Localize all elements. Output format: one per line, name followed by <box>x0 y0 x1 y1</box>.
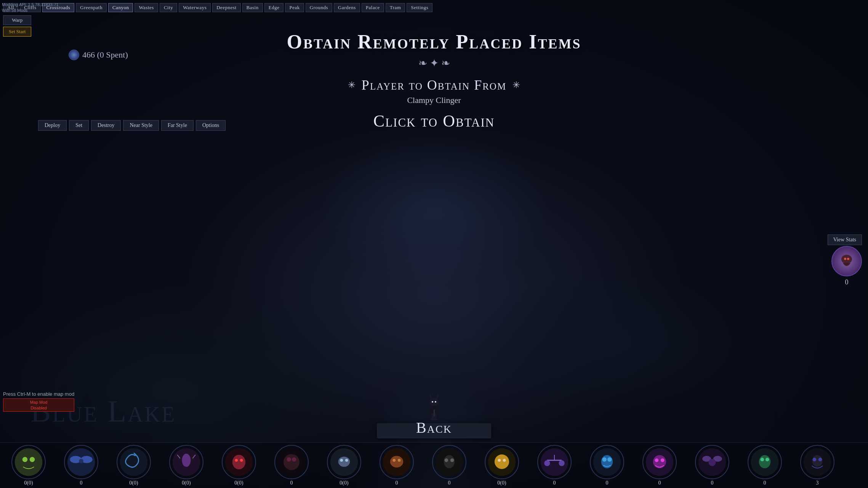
avatar-count: 0 <box>839 278 854 286</box>
svg-point-45 <box>232 454 245 469</box>
svg-point-80 <box>661 458 665 462</box>
nav-btn-waterways[interactable]: Waterways <box>179 3 211 12</box>
action-btn-far_style[interactable]: Far Style <box>161 120 194 131</box>
svg-point-87 <box>761 458 764 461</box>
char-count-2: 0 <box>80 480 83 486</box>
svg-point-18 <box>429 398 439 406</box>
view-stats-button[interactable]: View Stats <box>828 234 862 245</box>
char-count-12: 0 <box>606 480 609 486</box>
geo-amount: 466 (0 Spent) <box>82 50 128 60</box>
nav-btn-grounds[interactable]: Grounds <box>306 3 332 12</box>
char-item-8[interactable]: 0 <box>372 445 421 486</box>
action-btn-near_style[interactable]: Near Style <box>123 120 159 131</box>
action-btn-deploy[interactable]: Deploy <box>38 120 67 131</box>
char-avatar-15 <box>748 445 782 479</box>
svg-point-92 <box>818 458 822 461</box>
char-count-14: 0 <box>711 480 714 486</box>
svg-point-38 <box>79 459 83 463</box>
char-item-10[interactable]: 0(0) <box>477 445 527 486</box>
char-count-7: 0(0) <box>340 480 348 486</box>
char-avatar-6 <box>274 445 309 479</box>
nav-btn-deepnest[interactable]: Deepnest <box>212 3 240 12</box>
svg-point-88 <box>766 458 769 461</box>
mods-count: With 58 Mods <box>2 8 59 13</box>
map-mod-notice: Press Ctrl-M to enable map mod <box>3 391 74 397</box>
char-item-14[interactable]: 0 <box>687 445 737 486</box>
char-item-9[interactable]: 0 <box>424 445 474 486</box>
char-item-16[interactable]: 3 <box>793 445 842 486</box>
char-avatar-16 <box>800 445 834 479</box>
char-count-11: 0 <box>553 480 556 486</box>
player-obtain-label: ✳ Player to Obtain From ✳ <box>263 77 605 93</box>
svg-point-55 <box>345 459 348 462</box>
svg-point-70 <box>544 460 550 466</box>
char-avatar-2 <box>64 445 98 479</box>
char-item-13[interactable]: 0 <box>635 445 684 486</box>
set-start-button[interactable]: Set Start <box>3 27 31 37</box>
action-btn-options[interactable]: Options <box>196 120 226 131</box>
player-avatar <box>831 246 862 276</box>
nav-btn-basin[interactable]: Basin <box>242 3 263 12</box>
nav-btn-wastes[interactable]: Wastes <box>135 3 158 12</box>
action-btn-destroy[interactable]: Destroy <box>91 120 121 131</box>
top-navigation: AllCliffsCrossroadsGreenpathCanyonWastes… <box>0 3 868 12</box>
char-count-3: 0(0) <box>129 480 138 486</box>
char-item-7[interactable]: 0(0) <box>319 445 369 486</box>
player-name: Clampy Clinger <box>263 95 605 105</box>
char-item-6[interactable]: 0 <box>267 445 316 486</box>
char-avatar-8 <box>380 445 414 479</box>
nav-btn-settings[interactable]: Settings <box>407 3 432 12</box>
nav-btn-tram[interactable]: Tram <box>386 3 405 12</box>
char-count-8: 0 <box>396 480 398 486</box>
char-count-16: 3 <box>816 480 819 486</box>
plant-decoration-right <box>716 328 868 442</box>
char-item-15[interactable]: 0 <box>740 445 790 486</box>
char-avatar-14 <box>695 445 729 479</box>
char-item-2[interactable]: 0 <box>56 445 106 486</box>
nav-btn-gardens[interactable]: Gardens <box>334 3 360 12</box>
char-item-5[interactable]: 0(0) <box>214 445 264 486</box>
char-item-1[interactable]: 0(0) <box>4 445 53 486</box>
svg-point-59 <box>398 459 401 462</box>
fleur-left-icon: ✳ <box>348 80 356 90</box>
geo-icon <box>69 50 79 60</box>
warp-area: Warp Set Start <box>3 15 31 37</box>
char-item-3[interactable]: 0(0) <box>109 445 159 486</box>
svg-point-79 <box>655 458 659 462</box>
player-obtain-title: Player to Obtain From <box>362 77 506 93</box>
svg-rect-8 <box>0 431 152 442</box>
nav-btn-peak[interactable]: Peak <box>285 3 304 12</box>
char-avatar-5 <box>222 445 256 479</box>
char-count-13: 0 <box>658 480 661 486</box>
nav-btn-greenpath[interactable]: Greenpath <box>76 3 107 12</box>
svg-point-86 <box>759 455 771 468</box>
mod-info: Modding API: 1.5.78.11833-71 With 58 Mod… <box>2 2 59 14</box>
char-item-11[interactable]: 0 <box>530 445 579 486</box>
svg-point-91 <box>813 458 817 461</box>
svg-point-30 <box>844 258 846 260</box>
svg-point-66 <box>498 459 501 462</box>
action-btn-set[interactable]: Set <box>69 120 89 131</box>
api-version: Modding API: 1.5.78.11833-71 <box>2 2 59 8</box>
char-item-12[interactable]: 0 <box>582 445 632 486</box>
nav-btn-edge[interactable]: Edge <box>264 3 284 12</box>
bottom-character-bar: 0(0)00(0)0(0)0(0)00(0)000(0)000003 <box>0 442 868 488</box>
char-count-10: 0(0) <box>497 480 506 486</box>
nav-btn-city[interactable]: City <box>160 3 177 12</box>
char-avatar-4 <box>169 445 203 479</box>
svg-point-76 <box>607 457 612 461</box>
char-item-4[interactable]: 0(0) <box>162 445 211 486</box>
back-button[interactable]: Back <box>416 419 452 437</box>
char-count-15: 0 <box>764 480 766 486</box>
char-avatar-12 <box>590 445 624 479</box>
nav-btn-palace[interactable]: Palace <box>362 3 384 12</box>
char-avatar-11 <box>537 445 572 479</box>
page-title: Obtain Remotely Placed Items <box>263 30 605 53</box>
click-to-obtain-button[interactable]: Click to Obtain <box>263 111 605 131</box>
char-avatar-10 <box>485 445 519 479</box>
svg-point-49 <box>283 454 299 470</box>
svg-point-46 <box>235 459 238 462</box>
char-avatar-3 <box>117 445 151 479</box>
warp-button[interactable]: Warp <box>3 15 31 25</box>
nav-btn-canyon[interactable]: Canyon <box>108 3 133 12</box>
